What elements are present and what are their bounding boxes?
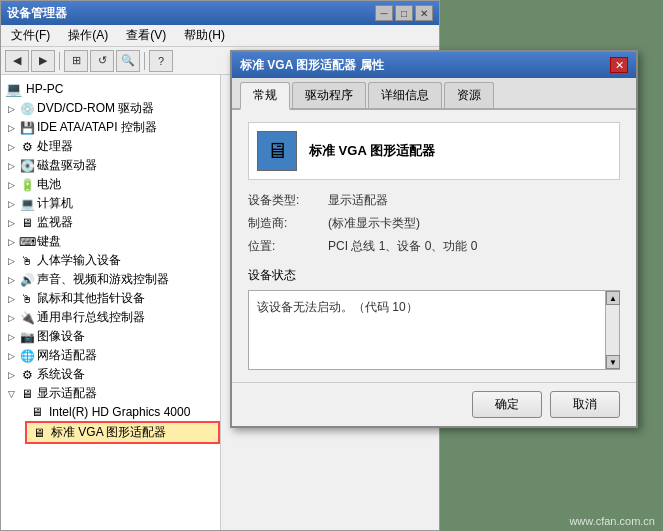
- group-imaging: ▷ 📷 图像设备: [1, 327, 220, 346]
- status-scrollbar[interactable]: ▲ ▼: [605, 291, 619, 369]
- group-system-header[interactable]: ▷ ⚙ 系统设备: [1, 365, 220, 384]
- group-battery: ▷ 🔋 电池: [1, 175, 220, 194]
- chevron-imaging-icon: ▷: [5, 331, 17, 343]
- toolbar-update[interactable]: ↺: [90, 50, 114, 72]
- sound-icon: 🔊: [19, 272, 35, 288]
- chevron-system-icon: ▷: [5, 369, 17, 381]
- group-ports-header[interactable]: ▷ 🔌 通用串行总线控制器: [1, 308, 220, 327]
- tab-general[interactable]: 常规: [240, 82, 290, 110]
- tab-driver[interactable]: 驱动程序: [292, 82, 366, 108]
- system-icon: ⚙: [19, 367, 35, 383]
- dialog-title: 标准 VGA 图形适配器 属性: [240, 57, 384, 74]
- group-ide-header[interactable]: ▷ 💾 IDE ATA/ATAPI 控制器: [1, 118, 220, 137]
- cpu-icon: ⚙: [19, 139, 35, 155]
- group-keyboard-header[interactable]: ▷ ⌨ 键盘: [1, 232, 220, 251]
- device-manager-title: 设备管理器: [7, 5, 67, 22]
- prop-device-type-row: 设备类型: 显示适配器: [248, 192, 620, 209]
- group-battery-label: 电池: [37, 176, 61, 193]
- group-imaging-header[interactable]: ▷ 📷 图像设备: [1, 327, 220, 346]
- status-label: 设备状态: [248, 267, 620, 284]
- group-hid-header[interactable]: ▷ 🖱 人体学输入设备: [1, 251, 220, 270]
- window-controls: ─ □ ✕: [375, 5, 433, 21]
- prop-manufacturer-label: 制造商:: [248, 215, 328, 232]
- vga-device[interactable]: 🖥 标准 VGA 图形适配器: [25, 421, 220, 444]
- device-big-icon: 🖥: [257, 131, 297, 171]
- computer-icon: 💻: [19, 196, 35, 212]
- group-ports-label: 通用串行总线控制器: [37, 309, 145, 326]
- disk-icon: 💽: [19, 158, 35, 174]
- group-imaging-label: 图像设备: [37, 328, 85, 345]
- group-monitor: ▷ 🖥 监视器: [1, 213, 220, 232]
- group-computer-label: 计算机: [37, 195, 73, 212]
- group-monitor-header[interactable]: ▷ 🖥 监视器: [1, 213, 220, 232]
- device-tree[interactable]: 💻 HP-PC ▷ 💿 DVD/CD-ROM 驱动器 ▷ 💾 IDE ATA/A…: [1, 75, 221, 530]
- toolbar-back[interactable]: ◀: [5, 50, 29, 72]
- menu-help[interactable]: 帮助(H): [178, 26, 231, 45]
- dialog-titlebar: 标准 VGA 图形适配器 属性 ✕: [232, 52, 636, 78]
- chevron-dvd-icon: ▷: [5, 103, 17, 115]
- group-battery-header[interactable]: ▷ 🔋 电池: [1, 175, 220, 194]
- toolbar-separator-2: [144, 52, 145, 70]
- dialog-footer: 确定 取消: [232, 382, 636, 426]
- group-net-label: 网络适配器: [37, 347, 97, 364]
- group-display-header[interactable]: ▽ 🖥 显示适配器: [1, 384, 220, 403]
- scrollbar-up-button[interactable]: ▲: [606, 291, 620, 305]
- cancel-button[interactable]: 取消: [550, 391, 620, 418]
- dvd-icon: 💿: [19, 101, 35, 117]
- group-system: ▷ ⚙ 系统设备: [1, 365, 220, 384]
- group-disk: ▷ 💽 磁盘驱动器: [1, 156, 220, 175]
- prop-manufacturer-row: 制造商: (标准显示卡类型): [248, 215, 620, 232]
- menu-file[interactable]: 文件(F): [5, 26, 56, 45]
- group-dvd: ▷ 💿 DVD/CD-ROM 驱动器: [1, 99, 220, 118]
- group-sound: ▷ 🔊 声音、视频和游戏控制器: [1, 270, 220, 289]
- prop-location-value: PCI 总线 1、设备 0、功能 0: [328, 238, 477, 255]
- watermark: www.cfan.com.cn: [569, 515, 655, 527]
- group-keyboard: ▷ ⌨ 键盘: [1, 232, 220, 251]
- tab-details[interactable]: 详细信息: [368, 82, 442, 108]
- prop-device-type-label: 设备类型:: [248, 192, 328, 209]
- chevron-ide-icon: ▷: [5, 122, 17, 134]
- chevron-computer-icon: ▷: [5, 198, 17, 210]
- display-children: 🖥 Intel(R) HD Graphics 4000 🖥 标准 VGA 图形适…: [1, 403, 220, 444]
- toolbar-properties[interactable]: ⊞: [64, 50, 88, 72]
- properties-table: 设备类型: 显示适配器 制造商: (标准显示卡类型) 位置: PCI 总线 1、…: [248, 192, 620, 255]
- chevron-battery-icon: ▷: [5, 179, 17, 191]
- menu-view[interactable]: 查看(V): [120, 26, 172, 45]
- group-mouse-header[interactable]: ▷ 🖱 鼠标和其他指针设备: [1, 289, 220, 308]
- monitor-icon: 🖥: [19, 215, 35, 231]
- toolbar-help[interactable]: ?: [149, 50, 173, 72]
- dialog-close-button[interactable]: ✕: [610, 57, 628, 73]
- properties-dialog: 标准 VGA 图形适配器 属性 ✕ 常规 驱动程序 详细信息 资源 🖥 标准 V…: [230, 50, 638, 428]
- group-net-header[interactable]: ▷ 🌐 网络适配器: [1, 346, 220, 365]
- menu-bar: 文件(F) 操作(A) 查看(V) 帮助(H): [1, 25, 439, 47]
- chevron-ports-icon: ▷: [5, 312, 17, 324]
- chevron-mouse-icon: ▷: [5, 293, 17, 305]
- status-text: 该设备无法启动。（代码 10）: [257, 300, 418, 314]
- group-sound-header[interactable]: ▷ 🔊 声音、视频和游戏控制器: [1, 270, 220, 289]
- intel-device-label: Intel(R) HD Graphics 4000: [49, 405, 190, 419]
- group-computer-header[interactable]: ▷ 💻 计算机: [1, 194, 220, 213]
- group-monitor-label: 监视器: [37, 214, 73, 231]
- group-dvd-header[interactable]: ▷ 💿 DVD/CD-ROM 驱动器: [1, 99, 220, 118]
- maximize-button[interactable]: □: [395, 5, 413, 21]
- group-cpu: ▷ ⚙ 处理器: [1, 137, 220, 156]
- tab-resources[interactable]: 资源: [444, 82, 494, 108]
- dialog-content-area: 🖥 标准 VGA 图形适配器 设备类型: 显示适配器 制造商: (标准显示卡类型…: [232, 110, 636, 382]
- group-display-label: 显示适配器: [37, 385, 97, 402]
- tree-root-label: HP-PC: [26, 82, 63, 96]
- scrollbar-down-button[interactable]: ▼: [606, 355, 620, 369]
- toolbar-scan[interactable]: 🔍: [116, 50, 140, 72]
- prop-manufacturer-value: (标准显示卡类型): [328, 215, 420, 232]
- toolbar-forward[interactable]: ▶: [31, 50, 55, 72]
- group-sound-label: 声音、视频和游戏控制器: [37, 271, 169, 288]
- minimize-button[interactable]: ─: [375, 5, 393, 21]
- close-button[interactable]: ✕: [415, 5, 433, 21]
- chevron-net-icon: ▷: [5, 350, 17, 362]
- group-hid: ▷ 🖱 人体学输入设备: [1, 251, 220, 270]
- group-disk-header[interactable]: ▷ 💽 磁盘驱动器: [1, 156, 220, 175]
- intel-device[interactable]: 🖥 Intel(R) HD Graphics 4000: [25, 403, 220, 421]
- menu-action[interactable]: 操作(A): [62, 26, 114, 45]
- dialog-device-name: 标准 VGA 图形适配器: [309, 142, 435, 160]
- ok-button[interactable]: 确定: [472, 391, 542, 418]
- group-cpu-header[interactable]: ▷ ⚙ 处理器: [1, 137, 220, 156]
